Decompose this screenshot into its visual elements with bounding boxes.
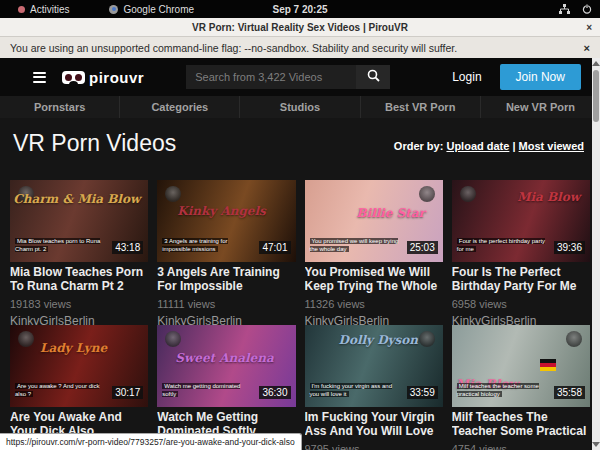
video-thumbnail[interactable]: Mia Blow Milf teaches the teacher some p… bbox=[452, 325, 590, 407]
video-views: 19183 views bbox=[10, 298, 148, 310]
video-views: 11326 views bbox=[305, 298, 443, 310]
studio-logo-icon bbox=[165, 186, 181, 202]
scroll-down-icon[interactable] bbox=[592, 442, 600, 447]
warning-message: You are using an unsupported command-lin… bbox=[10, 42, 457, 54]
thumbnail-overlay-text: Kinky Angels bbox=[177, 204, 266, 218]
video-studio-link[interactable]: KinkyGirlsBerlin bbox=[10, 314, 148, 325]
tab-close-icon[interactable]: × bbox=[586, 22, 592, 33]
video-studio-link[interactable]: KinkyGirlsBerlin bbox=[157, 314, 295, 325]
thumbnail-caption: Milf teaches the teacher some practical … bbox=[457, 382, 548, 398]
video-thumbnail[interactable]: Kinky Angels 3 Angels are training for i… bbox=[157, 180, 295, 262]
order-by-label: Order by: bbox=[394, 140, 444, 152]
order-link-most-viewed[interactable]: Most viewed bbox=[519, 140, 584, 152]
thumbnail-overlay-text: Mia Blow bbox=[517, 190, 580, 204]
video-views: 11111 views bbox=[157, 298, 295, 310]
scrollbar[interactable] bbox=[592, 58, 600, 450]
thumbnail-caption: Mia Blow teaches porn to Runa Charm pt. … bbox=[15, 237, 106, 253]
studio-logo-icon bbox=[419, 186, 435, 202]
join-now-button[interactable]: Join Now bbox=[500, 64, 581, 90]
thumbnail-caption: Are you awake ? And your dick also ? bbox=[15, 382, 106, 398]
video-title[interactable]: Im Fucking Your Virgin Ass And You Will … bbox=[305, 410, 443, 438]
network-icon[interactable] bbox=[559, 4, 570, 14]
video-card[interactable]: Runa Charm & Mia Blow Mia Blow teaches p… bbox=[10, 180, 148, 325]
order-separator: | bbox=[512, 140, 515, 152]
thumbnail-overlay-text: Dolly Dyson bbox=[339, 333, 419, 347]
nav-item-new-vr-porn[interactable]: New VR Porn bbox=[481, 96, 600, 118]
video-views: 9795 views bbox=[305, 443, 443, 450]
warning-close-icon[interactable]: × bbox=[584, 42, 590, 54]
power-icon[interactable] bbox=[582, 4, 592, 14]
thumbnail-overlay-text: Lady Lyne bbox=[40, 341, 107, 355]
video-thumbnail[interactable]: Runa Charm & Mia Blow Mia Blow teaches p… bbox=[10, 180, 148, 262]
nav-item-studios[interactable]: Studios bbox=[240, 96, 360, 118]
duration-badge: 30:17 bbox=[112, 386, 143, 399]
studio-logo-icon bbox=[18, 331, 34, 347]
search-input[interactable] bbox=[186, 65, 356, 89]
duration-badge: 25:03 bbox=[407, 241, 438, 254]
scroll-up-icon[interactable] bbox=[592, 61, 600, 66]
video-thumbnail[interactable]: Sweet Analena Watch me getting dominated… bbox=[157, 325, 295, 407]
video-card[interactable]: Dolly Dyson I'm fucking your virgin ass … bbox=[305, 325, 443, 450]
os-top-bar: Activities Google Chrome Sep 7 20:25 bbox=[0, 0, 600, 18]
video-studio-link[interactable]: KinkyGirlsBerlin bbox=[305, 314, 443, 325]
order-by-controls: Order by: Upload date | Most viewed bbox=[394, 140, 584, 152]
video-card[interactable]: Sweet Analena Watch me getting dominated… bbox=[157, 325, 295, 450]
scrollbar-thumb[interactable] bbox=[593, 70, 599, 122]
thumbnail-caption: I'm fucking your virgin ass and you will… bbox=[310, 382, 401, 398]
os-clock[interactable]: Sep 7 20:25 bbox=[0, 4, 600, 15]
video-card[interactable]: Mia Blow Four is the perfect birthday pa… bbox=[452, 180, 590, 325]
video-card[interactable]: Billie Star You promised we will keep tr… bbox=[305, 180, 443, 325]
video-thumbnail[interactable]: Lady Lyne Are you awake ? And your dick … bbox=[10, 325, 148, 407]
video-title[interactable]: You Promised We Will Keep Trying The Who… bbox=[305, 265, 443, 293]
search-button[interactable] bbox=[356, 65, 390, 89]
search-icon bbox=[367, 69, 380, 85]
video-thumbnail[interactable]: Mia Blow Four is the perfect birthday pa… bbox=[452, 180, 590, 262]
thumbnail-caption: You promised we will keep trying the who… bbox=[310, 237, 401, 253]
duration-badge: 33:59 bbox=[407, 386, 438, 399]
main-nav: Pornstars Categories Studios Best VR Por… bbox=[0, 96, 600, 118]
duration-badge: 35:58 bbox=[554, 386, 585, 399]
studio-logo-icon bbox=[566, 331, 582, 347]
video-title[interactable]: Four Is The Perfect Birthday Party For M… bbox=[452, 265, 590, 293]
login-link[interactable]: Login bbox=[452, 70, 481, 84]
tab-title: VR Porn: Virtual Reality Sex Videos | Pi… bbox=[192, 22, 408, 33]
studio-logo-icon bbox=[419, 331, 435, 347]
video-grid: Runa Charm & Mia Blow Mia Blow teaches p… bbox=[0, 180, 600, 450]
video-thumbnail[interactable]: Dolly Dyson I'm fucking your virgin ass … bbox=[305, 325, 443, 407]
vr-goggles-icon bbox=[62, 71, 85, 84]
page-title: VR Porn Videos bbox=[13, 130, 176, 157]
video-title[interactable]: Milf Teaches The Teacher Some Practical … bbox=[452, 410, 590, 438]
thumbnail-overlay-text: Runa Charm & Mia Blow bbox=[10, 192, 140, 206]
logo-text: pirouvr bbox=[89, 69, 144, 86]
video-views: 4754 views bbox=[452, 443, 590, 450]
video-views: 6958 views bbox=[452, 298, 590, 310]
video-card[interactable]: Kinky Angels 3 Angels are training for i… bbox=[157, 180, 295, 325]
duration-badge: 47:01 bbox=[259, 241, 290, 254]
video-title[interactable]: Mia Blow Teaches Porn To Runa Charm Pt 2 bbox=[10, 265, 148, 293]
menu-icon[interactable] bbox=[33, 72, 46, 83]
order-link-upload-date[interactable]: Upload date bbox=[446, 140, 509, 152]
video-card[interactable]: Mia Blow Milf teaches the teacher some p… bbox=[452, 325, 590, 450]
nav-item-best-vr-porn[interactable]: Best VR Porn bbox=[361, 96, 481, 118]
nav-item-pornstars[interactable]: Pornstars bbox=[0, 96, 120, 118]
page-heading-row: VR Porn Videos Order by: Upload date | M… bbox=[0, 118, 600, 180]
duration-badge: 36:30 bbox=[259, 386, 290, 399]
nav-item-categories[interactable]: Categories bbox=[120, 96, 240, 118]
thumbnail-caption: Watch me getting dominated softly bbox=[162, 382, 253, 398]
chrome-warning-bar: You are using an unsupported command-lin… bbox=[0, 37, 600, 58]
duration-badge: 39:36 bbox=[554, 241, 585, 254]
video-studio-link[interactable]: KinkyGirlsBerlin bbox=[452, 314, 590, 325]
video-thumbnail[interactable]: Billie Star You promised we will keep tr… bbox=[305, 180, 443, 262]
site-header: pirouvr Login Join Now bbox=[0, 58, 600, 96]
thumbnail-caption: 3 Angels are training for impossible mis… bbox=[162, 237, 253, 253]
video-card[interactable]: Lady Lyne Are you awake ? And your dick … bbox=[10, 325, 148, 450]
status-url-bubble: https://pirouvr.com/vr-porn-video/779325… bbox=[0, 433, 302, 450]
status-url: https://pirouvr.com/vr-porn-video/779325… bbox=[6, 437, 295, 447]
studio-logo-icon bbox=[460, 186, 476, 202]
studio-logo-icon bbox=[165, 331, 181, 347]
video-title[interactable]: 3 Angels Are Training For Impossible Mis… bbox=[157, 265, 295, 293]
duration-badge: 43:18 bbox=[112, 241, 143, 254]
thumbnail-overlay-text: Billie Star bbox=[356, 206, 425, 220]
thumbnail-caption: Four is the perfect birthday party for m… bbox=[457, 237, 548, 253]
site-logo[interactable]: pirouvr bbox=[62, 69, 144, 86]
